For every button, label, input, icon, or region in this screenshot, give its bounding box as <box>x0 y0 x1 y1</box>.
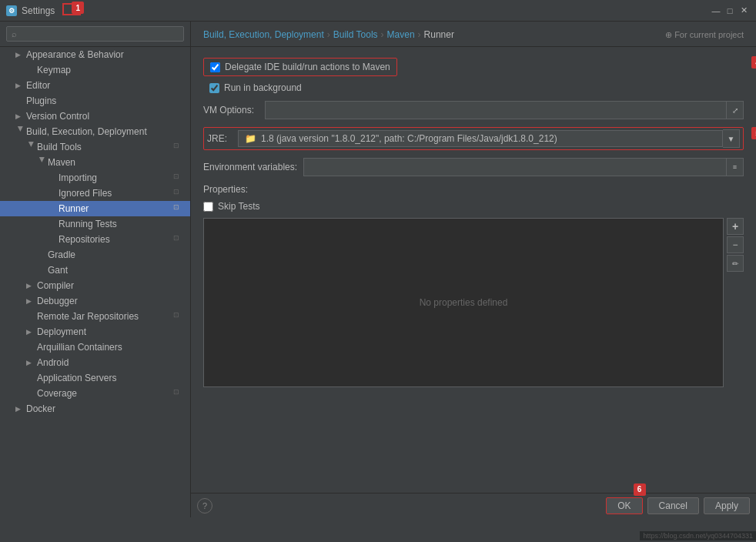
sidebar-item-plugins[interactable]: Plugins <box>0 93 190 109</box>
settings-icon: ⚙ <box>6 5 17 16</box>
sidebar-item-label: Debugger <box>37 296 184 306</box>
env-vars-button[interactable]: ≡ <box>727 158 744 176</box>
sidebar-item-label: Android <box>37 357 184 368</box>
breadcrumb-sep-2: › <box>381 29 384 40</box>
sidebar: ▶ Appearance & Behavior Keymap ▶ Editor … <box>0 22 191 517</box>
sidebar-item-editor[interactable]: ▶ Editor <box>0 78 190 93</box>
vm-options-input[interactable] <box>265 101 727 119</box>
remove-property-button[interactable]: − <box>727 236 744 253</box>
sidebar-item-label: Version Control <box>26 111 184 122</box>
sidebar-item-compiler[interactable]: ▶ Compiler <box>0 278 190 293</box>
content-area: Build, Execution, Deployment › Build Too… <box>191 22 756 493</box>
sidebar-item-label: Ignored Files <box>59 188 170 199</box>
sidebar-item-coverage[interactable]: Coverage ⊡ <box>0 386 190 401</box>
sidebar-item-importing[interactable]: Importing ⊡ <box>0 170 190 186</box>
sidebar-item-label: Remote Jar Repositories <box>37 311 170 322</box>
vm-options-row: VM Options: ⤢ <box>203 101 744 119</box>
help-button[interactable]: ? <box>197 498 212 514</box>
sidebar-item-ignored-files[interactable]: Ignored Files ⊡ <box>0 186 190 201</box>
arrow-icon: ▶ <box>15 82 26 89</box>
sidebar-item-debugger[interactable]: ▶ Debugger <box>0 293 190 309</box>
url-watermark: https://blog.csdn.net/yq0344704331 <box>640 531 756 540</box>
breadcrumb-build-tools[interactable]: Build Tools <box>333 29 378 40</box>
sidebar-item-remote-jar-repos[interactable]: Remote Jar Repositories ⊡ <box>0 309 190 324</box>
breadcrumb-build-exec[interactable]: Build, Execution, Deployment <box>203 29 324 40</box>
close-button[interactable]: ✕ <box>738 5 750 17</box>
run-in-background-label: Run in background <box>224 82 302 93</box>
breadcrumb-runner: Runner <box>424 29 454 40</box>
title-bar-controls[interactable]: — □ ✕ <box>710 5 750 17</box>
arrow-expanded-icon: ▶ <box>38 157 46 168</box>
ext-icon: ⊡ <box>173 311 184 322</box>
skip-tests-checkbox[interactable] <box>203 202 213 212</box>
arrow-expanded-icon: ▶ <box>17 126 25 137</box>
sidebar-item-runner[interactable]: Runner ⊡ 3 <box>0 201 190 216</box>
sidebar-item-app-servers[interactable]: Application Servers <box>0 370 190 386</box>
sidebar-item-gradle[interactable]: Gradle <box>0 247 190 263</box>
ext-icon: ⊡ <box>173 234 184 245</box>
annotation-1: 1 <box>72 2 84 14</box>
run-in-background-checkbox[interactable] <box>209 83 219 93</box>
delegate-ide-checkbox[interactable] <box>210 62 220 72</box>
annotation-5: 5 <box>751 127 756 139</box>
add-property-button[interactable]: + <box>727 218 744 235</box>
sidebar-item-label: Application Servers <box>37 373 184 383</box>
sidebar-item-label: Compiler <box>37 280 184 291</box>
sidebar-item-deployment[interactable]: ▶ Deployment <box>0 324 190 340</box>
arrow-icon: ▶ <box>15 112 26 120</box>
breadcrumb-maven[interactable]: Maven <box>387 29 415 40</box>
arrow-icon: ▶ <box>26 282 37 289</box>
sidebar-item-running-tests[interactable]: Running Tests <box>0 216 190 232</box>
sidebar-item-label: Gant <box>48 265 184 276</box>
ok-button[interactable]: OK <box>606 497 642 514</box>
annotation-6: 6 <box>634 483 646 496</box>
sidebar-item-build-tools[interactable]: ▶ Build Tools ⊡ 2 <box>0 139 190 155</box>
sidebar-item-label: Maven <box>48 157 184 168</box>
minimize-button[interactable]: — <box>710 5 722 17</box>
arrow-expanded-icon: ▶ <box>28 142 35 152</box>
jre-dropdown-button[interactable]: ▼ <box>723 129 740 148</box>
sidebar-item-build-exec-deploy[interactable]: ▶ Build, Execution, Deployment <box>0 124 190 139</box>
sidebar-item-repositories[interactable]: Repositories ⊡ <box>0 232 190 247</box>
bottom-right-buttons: OK 6 Cancel Apply <box>606 497 750 514</box>
sidebar-item-label: Appearance & Behavior <box>26 49 184 60</box>
search-box[interactable] <box>0 22 190 47</box>
sidebar-item-docker[interactable]: ▶ Docker <box>0 401 190 417</box>
title-bar: ⚙ Settings 1 — □ ✕ <box>0 0 756 22</box>
sidebar-item-version-control[interactable]: ▶ Version Control <box>0 109 190 124</box>
arrow-icon: ▶ <box>26 359 37 366</box>
jre-text: 1.8 (java version "1.8.0_212", path: C:/… <box>261 133 557 144</box>
vm-expand-button[interactable]: ⤢ <box>727 101 744 119</box>
search-input[interactable] <box>6 26 184 42</box>
sidebar-item-label: Editor <box>26 80 184 91</box>
sidebar-item-gant[interactable]: Gant <box>0 263 190 278</box>
no-properties-text: No properties defined <box>420 297 508 308</box>
arrow-icon: ▶ <box>26 328 37 336</box>
ext-icon: ⊡ <box>173 203 184 214</box>
sidebar-item-arquillian[interactable]: Arquillian Containers <box>0 340 190 355</box>
sidebar-item-appearance[interactable]: ▶ Appearance & Behavior <box>0 47 190 62</box>
maximize-button[interactable]: □ <box>724 5 736 17</box>
cancel-button[interactable]: Cancel <box>647 497 699 514</box>
sidebar-item-label: Arquillian Containers <box>37 342 184 353</box>
sidebar-item-label: Importing <box>59 172 170 183</box>
breadcrumb-for-project[interactable]: ⊕ For current project <box>665 30 744 40</box>
apply-button[interactable]: Apply <box>704 497 750 514</box>
folder-icon: 📁 <box>245 133 256 144</box>
sidebar-item-label: Docker <box>26 403 184 414</box>
arrow-icon: ▶ <box>15 51 26 59</box>
bottom-bar: ? OK 6 Cancel Apply <box>191 493 756 517</box>
env-vars-input[interactable] <box>303 158 727 176</box>
sidebar-item-maven[interactable]: ▶ Maven <box>0 155 190 170</box>
properties-label: Properties: <box>203 184 744 195</box>
window-title: Settings <box>22 5 55 16</box>
annotation-4: 4 <box>751 56 756 69</box>
settings-body: Delegate IDE build/run actions to Maven … <box>191 47 756 493</box>
edit-property-button[interactable]: ✏ <box>727 255 744 272</box>
skip-tests-label: Skip Tests <box>218 201 259 212</box>
env-vars-row: Environment variables: ≡ <box>203 158 744 176</box>
sidebar-item-label: Coverage <box>37 388 170 399</box>
sidebar-item-keymap[interactable]: Keymap <box>0 62 190 78</box>
sidebar-item-android[interactable]: ▶ Android <box>0 355 190 370</box>
main-container: ▶ Appearance & Behavior Keymap ▶ Editor … <box>0 22 756 517</box>
